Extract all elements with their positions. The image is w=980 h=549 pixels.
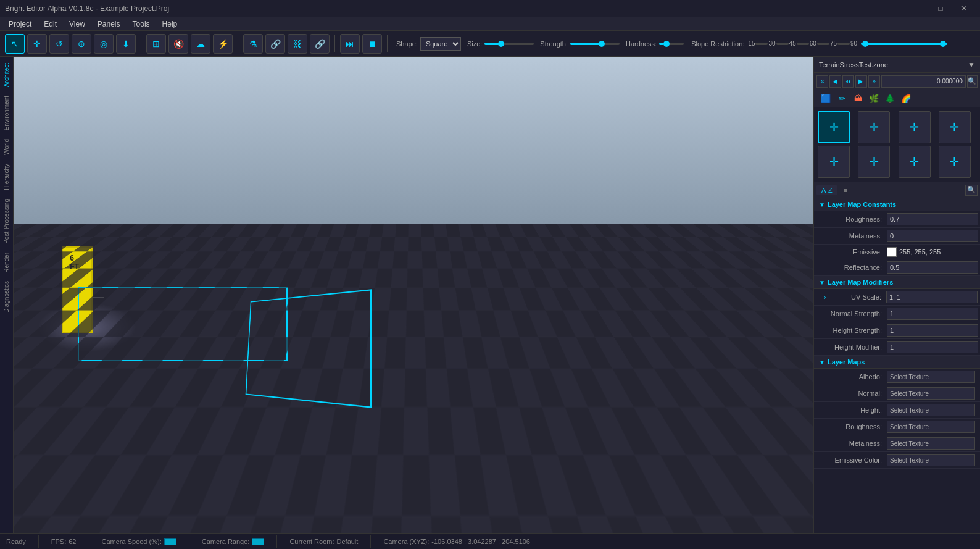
play-button[interactable]: ⏭ (340, 34, 360, 54)
texture-slot-0[interactable]: ✛ (818, 111, 850, 143)
texture-slot-4[interactable]: ✛ (818, 146, 850, 178)
unlink-button[interactable]: ⛓ (288, 34, 307, 54)
close-button[interactable]: ✕ (953, 0, 975, 17)
stop-button[interactable]: ⏹ (362, 34, 382, 54)
texture-slot-2[interactable]: ✛ (899, 111, 931, 143)
reflectance-input[interactable] (887, 261, 978, 274)
albedo-row: Albedo: Select Texture (814, 369, 980, 385)
roughness-map-select-texture-button[interactable]: Select Texture (887, 421, 975, 433)
filter-tab-az[interactable]: A-Z (816, 185, 837, 195)
shape-select[interactable]: Square Circle (420, 37, 461, 51)
menu-project[interactable]: Project (2, 19, 38, 30)
3d-viewport[interactable]: 6 FT (14, 57, 813, 533)
texture-slot-5[interactable]: ✛ (858, 146, 890, 178)
marker-label: 6 FT (70, 254, 84, 271)
tab-world[interactable]: World (1, 135, 12, 159)
layer-maps-header[interactable]: ▼ Layer Maps (814, 356, 980, 369)
perspective-frame (246, 289, 372, 408)
metalness-row: Metalness: (814, 228, 980, 245)
nav-step-start[interactable]: ⏮ (842, 75, 854, 88)
tab-post-processing[interactable]: Post-Processing (1, 195, 12, 248)
icon-tab-color[interactable]: 🌈 (899, 92, 913, 106)
emissive-color-swatch[interactable] (887, 247, 897, 257)
layer-map-modifiers-header[interactable]: ▼ Layer Map Modifiers (814, 276, 980, 289)
albedo-select-texture-button[interactable]: Select Texture (887, 371, 975, 383)
nav-search-button[interactable]: 🔍 (967, 75, 978, 88)
icon-tab-cube[interactable]: 🟦 (819, 92, 833, 106)
status-sep-5 (370, 535, 371, 548)
height-strength-input[interactable] (887, 324, 978, 337)
minimize-button[interactable]: — (906, 0, 928, 17)
emissive-map-select-texture-button[interactable]: Select Texture (887, 454, 975, 466)
hardness-label: Hardness: (626, 40, 657, 48)
nav-step-right[interactable]: ▶ (855, 75, 867, 88)
sound-button[interactable]: 🔇 (168, 34, 188, 54)
icon-tab-brush[interactable]: ✏ (835, 92, 849, 106)
nav-fast-fwd[interactable]: » (868, 75, 880, 88)
menu-tools[interactable]: Tools (127, 19, 156, 30)
lightning-button[interactable]: ⚡ (213, 34, 233, 54)
uv-scale-chevron[interactable]: › (824, 294, 826, 301)
translate-tool-button[interactable]: ⊕ (72, 34, 91, 54)
file-dropdown-icon[interactable]: ▼ (968, 61, 975, 69)
rotate-tool-button[interactable]: ↺ (49, 34, 69, 54)
filter-tabs: A-Z ≡ 🔍 (814, 182, 980, 198)
tab-render[interactable]: Render (1, 249, 12, 277)
roughness-map-label: Roughness: (819, 423, 887, 430)
tab-diagnostics[interactable]: Diagnostics (1, 277, 12, 317)
height-modifier-input[interactable] (887, 341, 978, 353)
icon-tab-terrain[interactable]: 🏔 (851, 92, 865, 106)
hardness-slider[interactable] (659, 43, 684, 45)
menu-panels[interactable]: Panels (91, 19, 127, 30)
icon-tab-tree[interactable]: 🌲 (883, 92, 897, 106)
move-tool-button[interactable]: ✛ (27, 34, 47, 54)
status-sep-4 (276, 535, 277, 548)
size-slider[interactable] (484, 43, 534, 45)
metalness-input[interactable] (887, 230, 978, 242)
texture-slot-6[interactable]: ✛ (899, 146, 931, 178)
texture-slot-1[interactable]: ✛ (858, 111, 890, 143)
maximize-button[interactable]: □ (929, 0, 952, 17)
cloud-button[interactable]: ☁ (191, 34, 210, 54)
roughness-map-row: Roughness: Select Texture (814, 419, 980, 435)
section-chevron-constants: ▼ (819, 201, 825, 208)
camera-speed-label: Camera Speed (%): (102, 538, 162, 545)
scale-tool-button[interactable]: ◎ (94, 34, 114, 54)
terrain-down-button[interactable]: ⬇ (116, 34, 136, 54)
filter-tab-grid[interactable]: ≡ (839, 185, 852, 195)
nav-step-left[interactable]: ◀ (829, 75, 841, 88)
normal-strength-input[interactable] (887, 308, 978, 320)
roughness-input[interactable] (887, 213, 978, 225)
tab-environment[interactable]: Environment (1, 92, 12, 134)
figure-button[interactable]: ⚗ (243, 34, 263, 54)
chain-button[interactable]: 🔗 (310, 34, 330, 54)
tab-hierarchy[interactable]: Hierarchy (1, 160, 12, 194)
texture-slot-3[interactable]: ✛ (939, 111, 971, 143)
icon-tab-leaf[interactable]: 🌿 (867, 92, 881, 106)
tab-architect[interactable]: Architect (1, 59, 12, 91)
camera-range-indicator[interactable] (252, 538, 264, 545)
uv-scale-input[interactable] (886, 291, 978, 303)
filter-search-button[interactable]: 🔍 (965, 185, 978, 196)
grid-button[interactable]: ⊞ (146, 34, 166, 54)
nav-fast-back[interactable]: « (816, 75, 828, 88)
strength-slider[interactable] (570, 43, 620, 45)
link-button[interactable]: 🔗 (265, 34, 285, 54)
camera-speed-indicator[interactable] (164, 538, 176, 545)
select-tool-button[interactable]: ↖ (5, 34, 25, 54)
layer-map-constants-header[interactable]: ▼ Layer Map Constants (814, 198, 980, 211)
left-tabs: Architect Environment World Hierarchy Po… (0, 57, 14, 533)
fps-label: FPS: (51, 538, 66, 545)
normal-select-texture-button[interactable]: Select Texture (887, 387, 975, 400)
menu-view[interactable]: View (63, 19, 91, 30)
metalness-map-select-texture-button[interactable]: Select Texture (887, 437, 975, 450)
height-select-texture-button[interactable]: Select Texture (887, 404, 975, 416)
title-text: Bright Editor Alpha V0.1.8c - Example Pr… (5, 4, 169, 13)
menu-edit[interactable]: Edit (38, 19, 63, 30)
icon-tabs: 🟦 ✏ 🏔 🌿 🌲 🌈 (814, 90, 980, 107)
nav-value-input[interactable] (881, 75, 966, 88)
reflectance-row: Reflectance: (814, 259, 980, 276)
texture-grid: ✛ ✛ ✛ ✛ ✛ ✛ ✛ ✛ (814, 107, 980, 182)
texture-slot-7[interactable]: ✛ (939, 146, 971, 178)
menu-help[interactable]: Help (156, 19, 184, 30)
